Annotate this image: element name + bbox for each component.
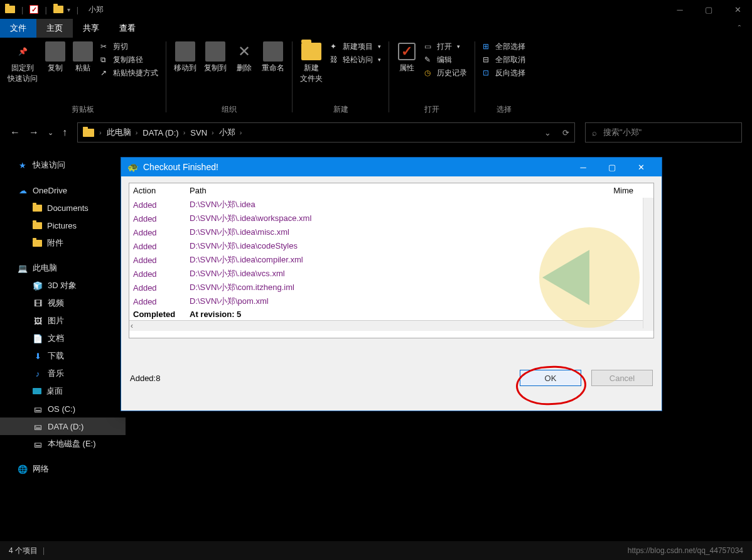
rename-button[interactable]: 重命名: [259, 40, 287, 75]
label: 固定到 快速访问: [8, 63, 38, 84]
tree-item[interactable]: Pictures: [0, 217, 126, 234]
tree-thispc[interactable]: 💻此电脑: [0, 259, 126, 277]
navigation-tree: ★快速访问 ☁OneDrive Documents Pictures 附件 💻此…: [0, 149, 126, 538]
copyto-button[interactable]: 复制到: [201, 40, 229, 75]
history-button[interactable]: ◷历史记录: [422, 67, 470, 79]
selectinvert-button[interactable]: ⊡反向选择: [480, 67, 528, 79]
label: 此电脑: [107, 127, 131, 138]
cell-action: Added: [129, 294, 186, 308]
breadcrumb-item[interactable]: DATA (D:)›: [142, 128, 185, 137]
label: 全部选择: [495, 41, 525, 52]
col-action[interactable]: Action: [129, 183, 186, 198]
tree-network[interactable]: 🌐网络: [0, 460, 126, 478]
address-bar[interactable]: › 此电脑› DATA (D:)› SVN› 小郑› ⌄⟳: [77, 122, 575, 143]
navigation-bar: ← → ⌄ ↑ › 此电脑› DATA (D:)› SVN› 小郑› ⌄⟳ ⌕ …: [0, 120, 752, 145]
label: 粘贴快捷方式: [113, 68, 158, 78]
copy-button[interactable]: 复制: [43, 40, 68, 75]
tree-item[interactable]: Documents: [0, 199, 126, 217]
log-row[interactable]: AddedD:\SVN\小郑\com.itzheng.iml: [129, 281, 653, 294]
tab-view[interactable]: 查看: [109, 19, 146, 38]
breadcrumb-item[interactable]: SVN›: [190, 128, 213, 137]
dialog-close-button[interactable]: ✕: [626, 158, 655, 176]
dialog-titlebar[interactable]: 🐢 Checkout Finished! ─ ▢ ✕: [121, 158, 662, 176]
log-row[interactable]: AddedD:\SVN\小郑\.idea\vcs.xml: [129, 267, 653, 281]
breadcrumb-item[interactable]: 小郑›: [219, 127, 242, 138]
dialog-status: Added:8: [130, 374, 160, 383]
newfolder-button[interactable]: 新建 文件夹: [298, 40, 325, 85]
tree-onedrive[interactable]: ☁OneDrive: [0, 181, 126, 199]
recent-dropdown[interactable]: ⌄: [48, 129, 53, 137]
label: 重命名: [262, 63, 284, 73]
refresh-button[interactable]: ⟳: [562, 128, 569, 137]
dialog-maximize-button[interactable]: ▢: [598, 158, 626, 176]
ok-button[interactable]: OK: [520, 370, 581, 386]
dialog-minimize-button[interactable]: ─: [569, 158, 598, 176]
tree-item[interactable]: 🖴OS (C:): [0, 400, 126, 417]
label: SVN: [190, 128, 207, 137]
maximize-button[interactable]: ▢: [694, 0, 723, 19]
paste-button[interactable]: 粘贴: [70, 40, 95, 75]
tree-item[interactable]: 🖼图片: [0, 312, 126, 330]
minimize-button[interactable]: ─: [665, 0, 694, 19]
pasteshortcut-button[interactable]: ↗粘贴快捷方式: [98, 67, 161, 79]
log-row[interactable]: AddedD:\SVN\小郑\.idea\compiler.xml: [129, 253, 653, 267]
selectall-button[interactable]: ⊞全部选择: [480, 40, 528, 53]
search-input[interactable]: ⌕ 搜索"小郑": [585, 122, 742, 143]
window-titlebar: | ✓ | ▾ | 小郑 ─ ▢ ✕: [0, 0, 752, 19]
tree-item[interactable]: 📄文档: [0, 330, 126, 347]
label: 属性: [399, 63, 414, 73]
cancel-button[interactable]: Cancel: [591, 370, 653, 386]
chevron-right-icon[interactable]: ›: [99, 129, 102, 136]
newitem-button[interactable]: ✦新建项目▾: [328, 40, 384, 53]
pin-quickaccess-button[interactable]: 📌固定到 快速访问: [5, 40, 40, 85]
check-icon: ✓: [30, 5, 38, 14]
label: 复制到: [204, 63, 227, 73]
properties-button[interactable]: ✓属性: [394, 40, 419, 75]
breadcrumb-item[interactable]: 此电脑›: [107, 127, 138, 138]
label: Documents: [47, 203, 89, 213]
log-row[interactable]: AddedD:\SVN\小郑\.idea\misc.xml: [129, 225, 653, 239]
col-mime[interactable]: Mime: [610, 183, 640, 198]
cut-button[interactable]: ✂剪切: [98, 40, 161, 53]
tree-quickaccess[interactable]: ★快速访问: [0, 156, 126, 174]
up-button[interactable]: ↑: [62, 127, 67, 138]
log-row[interactable]: AddedD:\SVN\小郑\.idea: [129, 198, 653, 212]
log-row[interactable]: AddedD:\SVN\小郑\.idea\codeStyles: [129, 239, 653, 253]
tree-item[interactable]: 🎞视频: [0, 294, 126, 312]
tree-item[interactable]: 🧊3D 对象: [0, 277, 126, 294]
dropdown-icon[interactable]: ⌄: [544, 128, 551, 137]
tree-item[interactable]: 桌面: [0, 382, 126, 400]
log-row[interactable]: AddedD:\SVN\小郑\pom.xml: [129, 294, 653, 308]
copypath-button[interactable]: ⧉复制路径: [98, 53, 161, 66]
tree-item[interactable]: ♪音乐: [0, 365, 126, 382]
tab-home[interactable]: 主页: [36, 19, 73, 38]
separator: |: [45, 5, 46, 14]
tab-file[interactable]: 文件: [0, 19, 36, 38]
open-button[interactable]: ▭打开▾: [422, 40, 470, 53]
search-icon: ⌕: [592, 128, 597, 137]
label: 删除: [237, 63, 252, 73]
dropdown-icon[interactable]: ▾: [67, 6, 70, 13]
horizontal-scrollbar[interactable]: ‹›: [129, 320, 653, 331]
tortoise-icon: 🐢: [127, 162, 138, 172]
tree-item[interactable]: ⬇下载: [0, 347, 126, 365]
moveto-button[interactable]: 移动到: [171, 40, 199, 75]
label: 历史记录: [437, 68, 467, 78]
tree-item[interactable]: 🖴本地磁盘 (E:): [0, 435, 126, 453]
close-button[interactable]: ✕: [723, 0, 752, 19]
dialog-title: Checkout Finished!: [143, 162, 218, 172]
collapse-ribbon-button[interactable]: ˆ: [727, 19, 752, 38]
back-button[interactable]: ←: [10, 127, 20, 138]
cell-action: Added: [129, 267, 186, 281]
log-row-completed[interactable]: CompletedAt revision: 5: [129, 308, 653, 320]
tree-item[interactable]: 附件: [0, 234, 126, 252]
delete-button[interactable]: ✕删除: [232, 40, 257, 75]
forward-button[interactable]: →: [29, 127, 39, 138]
col-path[interactable]: Path: [186, 183, 653, 198]
edit-button[interactable]: ✎编辑: [422, 53, 470, 66]
selectnone-button[interactable]: ⊟全部取消: [480, 53, 528, 66]
tree-item-selected[interactable]: 🖴DATA (D:): [0, 417, 126, 435]
tab-share[interactable]: 共享: [73, 19, 109, 38]
log-row[interactable]: AddedD:\SVN\小郑\.idea\workspace.xml: [129, 212, 653, 225]
easyaccess-button[interactable]: ⛓轻松访问▾: [328, 53, 384, 66]
